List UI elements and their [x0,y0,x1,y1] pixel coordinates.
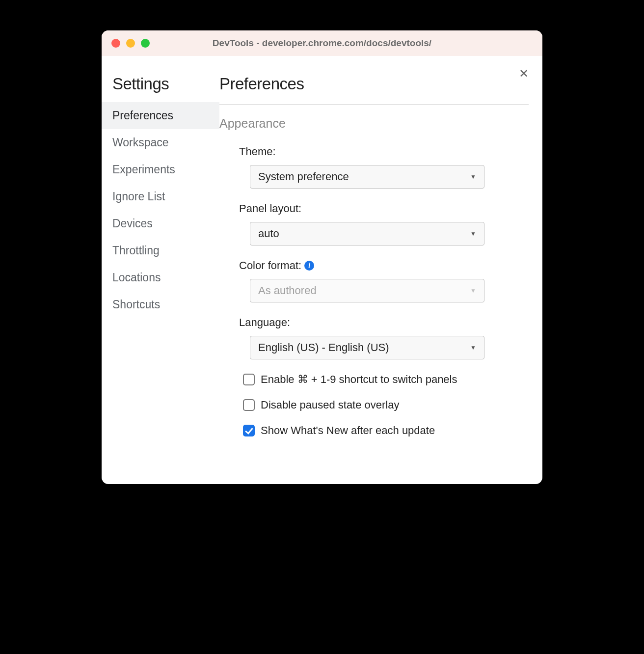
close-window-button[interactable] [111,39,120,48]
checkbox[interactable] [243,425,255,436]
traffic-lights [111,39,150,48]
sidebar-item-preferences[interactable]: Preferences [102,102,219,129]
devtools-settings-window: DevTools - developer.chrome.com/docs/dev… [102,30,542,484]
panel-layout-value: auto [258,227,279,240]
field-theme: Theme: System preference ▼ [219,145,529,189]
sidebar-item-throttling[interactable]: Throttling [102,237,219,264]
field-language: Language: English (US) - English (US) ▼ [219,316,529,359]
window-titlebar: DevTools - developer.chrome.com/docs/dev… [102,30,542,56]
color-format-label: Color format: i [239,259,529,272]
sidebar-item-shortcuts[interactable]: Shortcuts [102,291,219,318]
panel-layout-label: Panel layout: [239,202,529,215]
theme-label: Theme: [239,145,529,158]
chevron-down-icon: ▼ [470,230,476,237]
color-format-value: As authored [258,284,317,297]
language-label: Language: [239,316,529,329]
field-panel-layout: Panel layout: auto ▼ [219,202,529,245]
checkbox-label: Enable ⌘ + 1-9 shortcut to switch panels [261,373,457,386]
divider [219,104,529,105]
info-icon[interactable]: i [304,261,314,271]
checkbox[interactable] [243,374,255,385]
close-icon[interactable]: ✕ [519,68,529,80]
chevron-down-icon: ▼ [470,173,476,180]
page-title: Preferences [219,75,529,93]
sidebar-item-locations[interactable]: Locations [102,264,219,291]
zoom-window-button[interactable] [141,39,150,48]
panel-layout-select[interactable]: auto ▼ [250,222,484,245]
sidebar-item-workspace[interactable]: Workspace [102,129,219,156]
sidebar-item-ignore-list[interactable]: Ignore List [102,183,219,210]
color-format-label-text: Color format: [239,259,301,272]
theme-value: System preference [258,170,349,183]
checkbox-row: Disable paused state overlay [219,399,529,411]
theme-select[interactable]: System preference ▼ [250,165,484,189]
checkbox-label: Show What's New after each update [261,424,435,437]
checkbox[interactable] [243,399,255,411]
settings-title: Settings [102,75,219,93]
settings-main: Preferences Appearance Theme: System pre… [219,56,542,484]
minimize-window-button[interactable] [126,39,135,48]
settings-content: ✕ Settings PreferencesWorkspaceExperimen… [102,56,542,484]
chevron-down-icon: ▼ [470,287,476,294]
checkbox-row: Enable ⌘ + 1-9 shortcut to switch panels [219,373,529,386]
checkbox-row: Show What's New after each update [219,424,529,437]
settings-sidebar: Settings PreferencesWorkspaceExperiments… [102,56,219,484]
language-value: English (US) - English (US) [258,341,389,354]
sidebar-item-experiments[interactable]: Experiments [102,156,219,183]
field-color-format: Color format: i As authored ▼ [219,259,529,302]
sidebar-item-devices[interactable]: Devices [102,210,219,237]
checkbox-label: Disable paused state overlay [261,399,400,411]
color-format-select: As authored ▼ [250,279,484,302]
language-select[interactable]: English (US) - English (US) ▼ [250,336,484,359]
window-title: DevTools - developer.chrome.com/docs/dev… [102,38,542,49]
section-appearance: Appearance [219,116,529,131]
chevron-down-icon: ▼ [470,344,476,351]
